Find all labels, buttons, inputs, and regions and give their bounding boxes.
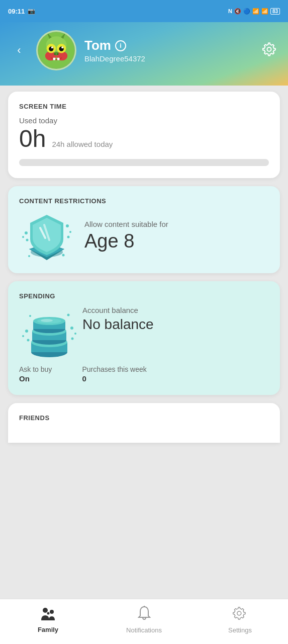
wifi-icon: 📶	[252, 8, 259, 15]
coins-icon	[19, 306, 74, 361]
content-restrictions-card[interactable]: CONTENT RESTRICTIONS	[8, 186, 280, 273]
content-restrictions-text: Allow content suitable for Age 8	[84, 220, 168, 252]
svg-point-12	[57, 53, 59, 55]
content-restrictions-body: Allow content suitable for Age 8	[19, 211, 269, 261]
svg-point-44	[27, 339, 30, 342]
battery-icon: 83	[270, 8, 280, 15]
friends-title: FRIENDS	[19, 414, 269, 422]
main-content: SCREEN TIME Used today 0h 24h allowed to…	[0, 86, 288, 449]
svg-point-47	[71, 338, 74, 340]
notifications-icon	[138, 606, 151, 624]
avatar	[36, 30, 76, 70]
progress-bar-container	[19, 159, 269, 166]
svg-point-52	[47, 612, 49, 614]
ask-to-buy-value: On	[19, 374, 52, 383]
svg-point-41	[41, 319, 53, 322]
spending-info: Account balance No balance	[82, 306, 269, 341]
header-info: Tom i BlahDegree54372	[84, 38, 254, 63]
username: BlahDegree54372	[84, 54, 254, 63]
settings-nav-label: Settings	[228, 626, 252, 634]
svg-rect-14	[57, 58, 60, 60]
svg-point-46	[74, 333, 76, 335]
purchases-item: Purchases this week 0	[82, 365, 146, 383]
settings-header-button[interactable]	[262, 41, 278, 59]
svg-point-8	[51, 47, 53, 49]
svg-point-49	[67, 314, 70, 316]
svg-point-48	[29, 315, 31, 317]
svg-point-17	[267, 47, 271, 51]
info-button[interactable]: i	[115, 40, 126, 51]
svg-point-54	[237, 611, 241, 615]
signal-icon: 📶	[261, 8, 268, 15]
svg-rect-13	[53, 58, 56, 60]
svg-point-43	[22, 335, 24, 337]
status-bar-left: 09:11 📷	[8, 8, 35, 15]
svg-point-45	[70, 327, 73, 330]
bottom-nav: Family Notifications Settings	[0, 599, 288, 644]
spending-balance: No balance	[82, 316, 269, 333]
screen-time-title: SCREEN TIME	[19, 103, 269, 110]
svg-point-23	[25, 231, 28, 234]
purchases-label: Purchases this week	[82, 365, 146, 373]
svg-point-26	[66, 224, 69, 227]
svg-point-24	[22, 236, 24, 238]
screen-time-allowed: 24h allowed today	[52, 140, 113, 148]
notifications-nav-label: Notifications	[126, 626, 162, 634]
status-bar-right: N 🔇 🔵 📶 📶 83	[228, 8, 280, 15]
mute-icon: 🔇	[234, 8, 241, 15]
content-restrictions-subtitle: Allow content suitable for	[84, 220, 168, 228]
svg-point-30	[62, 254, 65, 257]
spending-balance-label: Account balance	[82, 306, 269, 314]
time-display: 09:11	[8, 8, 25, 15]
content-age: Age 8	[84, 230, 168, 252]
content-restrictions-title: CONTENT RESTRICTIONS	[19, 197, 269, 205]
ask-to-buy-item: Ask to buy On	[19, 365, 52, 383]
shield-icon	[19, 211, 74, 261]
friends-card: FRIENDS	[8, 403, 280, 443]
svg-point-29	[28, 255, 30, 257]
spending-body: Account balance No balance	[19, 306, 269, 361]
bluetooth-icon: 🔵	[243, 8, 250, 15]
svg-point-27	[69, 231, 71, 233]
spending-footer: Ask to buy On Purchases this week 0	[19, 365, 269, 383]
nav-family[interactable]: Family	[0, 599, 96, 644]
camera-icon: 📷	[28, 8, 35, 15]
purchases-value: 0	[82, 374, 146, 383]
svg-point-42	[25, 330, 28, 333]
svg-point-51	[50, 610, 54, 614]
svg-point-25	[26, 239, 29, 242]
screen-time-used-row: 0h 24h allowed today	[19, 127, 269, 151]
status-bar: 09:11 📷 N 🔇 🔵 📶 📶 83	[0, 0, 288, 22]
spending-title: SPENDING	[19, 292, 269, 300]
user-name-row: Tom i	[84, 38, 254, 53]
family-icon	[40, 606, 56, 624]
back-button[interactable]: ‹	[10, 44, 28, 57]
svg-point-9	[61, 47, 63, 49]
screen-time-used-label: Used today	[19, 116, 269, 125]
screen-time-card: SCREEN TIME Used today 0h 24h allowed to…	[8, 92, 280, 178]
user-name: Tom	[84, 38, 111, 53]
screen-time-hours: 0h	[19, 127, 46, 151]
spending-card[interactable]: SPENDING	[8, 281, 280, 395]
nav-notifications[interactable]: Notifications	[96, 599, 192, 644]
svg-point-50	[43, 608, 48, 613]
svg-point-11	[54, 53, 56, 55]
family-nav-label: Family	[38, 626, 58, 633]
nav-settings[interactable]: Settings	[192, 599, 288, 644]
settings-icon	[233, 606, 248, 624]
nfc-icon: N	[228, 8, 232, 14]
ask-to-buy-label: Ask to buy	[19, 365, 52, 373]
svg-point-28	[67, 236, 70, 238]
header: ‹	[0, 22, 288, 86]
